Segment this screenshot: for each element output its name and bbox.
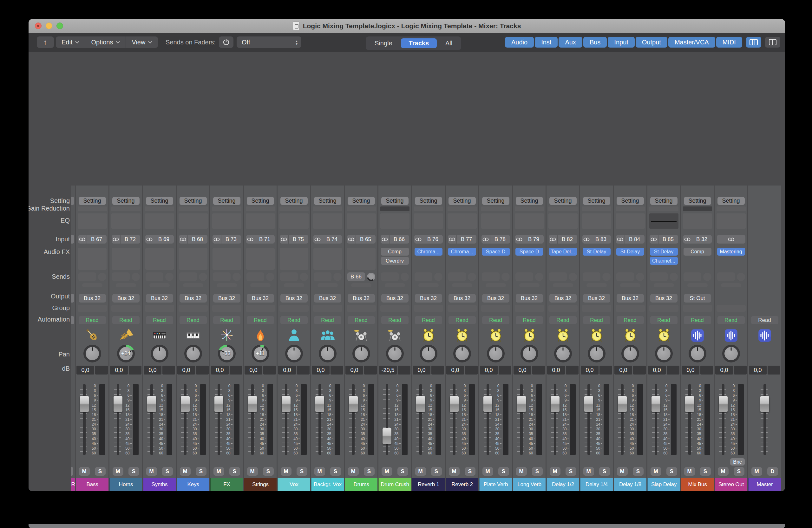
input-button[interactable] xyxy=(717,235,745,244)
output-button[interactable]: Bus 32 xyxy=(449,294,476,303)
input-button[interactable]: B 83 xyxy=(582,235,611,244)
eq-display[interactable] xyxy=(279,214,309,229)
send-empty-slot[interactable] xyxy=(280,273,298,281)
send-empty-slot-small[interactable] xyxy=(687,283,708,287)
group-slot[interactable] xyxy=(616,305,645,312)
track-icon-bass[interactable] xyxy=(76,326,108,345)
audio-fx-empty-slot[interactable] xyxy=(347,248,376,270)
send-empty-slot-small[interactable] xyxy=(620,283,640,287)
track-name[interactable]: Strings xyxy=(244,478,277,491)
solo-button[interactable]: S xyxy=(330,467,341,476)
setting-button[interactable]: Setting xyxy=(179,197,207,205)
fader-cap[interactable] xyxy=(382,428,391,444)
mute-button[interactable]: M xyxy=(146,467,157,476)
mute-button[interactable]: M xyxy=(247,467,258,476)
volume-fader[interactable] xyxy=(349,382,358,457)
input-button[interactable]: B 72 xyxy=(112,235,140,244)
go-to-parent-button[interactable]: ↑ xyxy=(37,36,54,48)
group-slot[interactable] xyxy=(582,305,611,312)
setting-button[interactable]: Setting xyxy=(482,197,509,205)
volume-db-value[interactable]: 0,0 xyxy=(513,366,531,375)
group-slot[interactable] xyxy=(178,305,208,312)
automation-mode-button[interactable]: Read xyxy=(179,316,207,324)
group-slot[interactable] xyxy=(683,305,712,312)
audio-fx-empty-slot[interactable] xyxy=(314,248,342,270)
send-empty-slot-small[interactable] xyxy=(586,283,607,287)
volume-db-value[interactable]: 0,0 xyxy=(614,366,632,375)
fader-cap[interactable] xyxy=(349,396,358,412)
solo-button[interactable]: S xyxy=(566,467,576,476)
automation-mode-button[interactable]: Read xyxy=(751,316,778,324)
volume-fader[interactable] xyxy=(651,382,661,457)
eq-display[interactable] xyxy=(683,214,712,229)
setting-button[interactable]: Setting xyxy=(79,197,106,205)
volume-fader[interactable] xyxy=(382,382,392,457)
fader-cap[interactable] xyxy=(584,396,593,412)
output-button[interactable]: Bus 32 xyxy=(549,294,577,303)
send-empty-slot[interactable] xyxy=(549,273,567,281)
fader-cap[interactable] xyxy=(181,396,190,412)
filter-button-aux[interactable]: Aux xyxy=(559,37,582,47)
fader-cap[interactable] xyxy=(517,396,526,412)
track-name[interactable]: Slap Delay xyxy=(647,478,680,491)
audio-fx-slot[interactable]: Overdrv xyxy=(381,257,409,265)
automation-mode-button[interactable]: Read xyxy=(650,316,678,324)
audio-fx-slot[interactable]: Chroma... xyxy=(448,248,476,255)
track-icon-clock[interactable] xyxy=(513,326,546,345)
eq-display[interactable] xyxy=(448,214,477,229)
audio-fx-slot[interactable]: Space D xyxy=(516,248,543,255)
volume-fader[interactable] xyxy=(281,382,291,457)
volume-db-value[interactable]: 0,0 xyxy=(245,366,262,375)
pan-knob[interactable]: +11 xyxy=(251,345,269,363)
view-menu[interactable]: View xyxy=(126,36,158,48)
setting-button[interactable]: Setting xyxy=(583,197,610,205)
eq-display[interactable] xyxy=(212,214,241,229)
filter-button-inst[interactable]: Inst xyxy=(535,37,557,47)
track-name[interactable]: Drums xyxy=(345,478,377,491)
volume-db-value[interactable]: 0,0 xyxy=(446,366,464,375)
input-button[interactable]: B 68 xyxy=(179,235,207,244)
volume-db-value[interactable]: 0,0 xyxy=(581,366,598,375)
fader-cap[interactable] xyxy=(760,396,769,412)
mute-button[interactable]: M xyxy=(113,467,124,476)
audio-fx-empty-slot[interactable] xyxy=(213,248,241,270)
output-button[interactable]: Bus 32 xyxy=(146,294,173,303)
audio-fx-slot[interactable]: St-Delay xyxy=(616,248,644,255)
pan-knob[interactable] xyxy=(688,345,706,363)
eq-display[interactable] xyxy=(78,214,107,229)
output-button[interactable]: Bus 32 xyxy=(650,294,678,303)
audio-fx-empty-slot[interactable] xyxy=(78,248,106,270)
fader-cap[interactable] xyxy=(80,396,89,412)
automation-mode-button[interactable]: Read xyxy=(516,316,543,324)
output-button[interactable]: Bus 32 xyxy=(213,294,241,303)
fader-cap[interactable] xyxy=(214,396,223,412)
title-bar[interactable]: Logic Mixing Template.logicx - Logic Mix… xyxy=(29,19,785,33)
filter-button-audio[interactable]: Audio xyxy=(505,37,534,47)
output-button[interactable]: Bus 32 xyxy=(516,294,543,303)
dim-button[interactable]: D xyxy=(767,467,778,476)
narrow-channels-view-button[interactable] xyxy=(765,37,780,47)
solo-button[interactable]: S xyxy=(599,467,610,476)
track-icon-clock[interactable] xyxy=(412,326,445,345)
pan-knob[interactable] xyxy=(84,345,101,363)
track-icon-clock[interactable] xyxy=(479,326,512,345)
eq-display[interactable] xyxy=(582,214,611,229)
automation-mode-button[interactable]: Read xyxy=(549,316,577,324)
volume-fader[interactable] xyxy=(113,382,123,457)
setting-button[interactable]: Setting xyxy=(280,197,308,205)
pan-knob[interactable] xyxy=(621,345,639,363)
input-button[interactable]: B 76 xyxy=(414,235,443,244)
volume-fader[interactable] xyxy=(618,382,627,457)
group-slot[interactable] xyxy=(246,305,275,312)
fader-cap[interactable] xyxy=(618,396,627,412)
send-empty-slot[interactable] xyxy=(683,273,701,281)
send-empty-slot-small[interactable] xyxy=(183,283,203,287)
pan-knob[interactable]: +24 xyxy=(117,345,135,363)
setting-button[interactable]: Setting xyxy=(650,197,678,205)
volume-db-value[interactable]: 0,0 xyxy=(278,366,296,375)
input-button[interactable]: B 67 xyxy=(78,235,106,244)
track-name[interactable]: Delay 1/8 xyxy=(614,478,647,491)
volume-db-value[interactable]: 0,0 xyxy=(413,366,431,375)
volume-db-value[interactable]: 0,0 xyxy=(480,366,498,375)
setting-button[interactable]: Setting xyxy=(213,197,241,205)
